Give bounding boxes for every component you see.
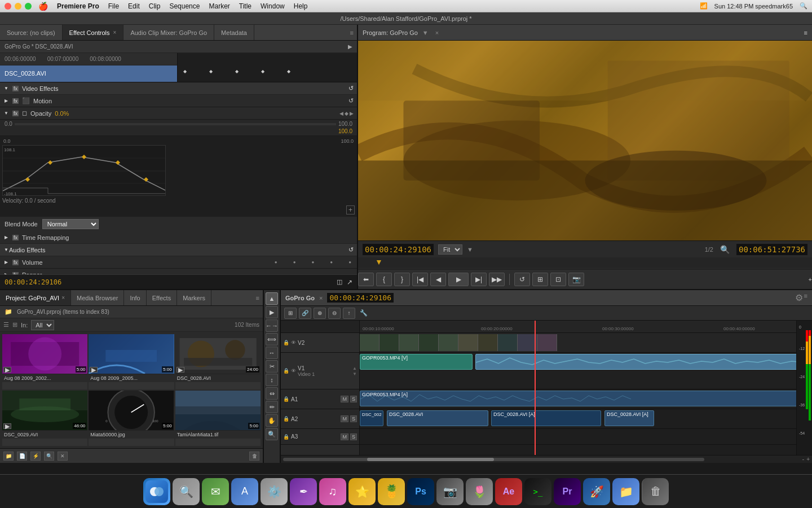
media-item[interactable]: 0 100 5:00 Miata50000.jpg [89,391,174,446]
dock-appstore[interactable]: A [231,478,258,505]
track-row-v2[interactable] [360,333,796,353]
automate-btn[interactable]: ⚡ [30,452,41,461]
razor-tool[interactable]: ✂ [266,360,278,373]
media-item[interactable]: ▶ 5:00 Aug 08 2009_2005... [89,334,174,389]
minimize-button[interactable] [15,3,21,10]
audio-effects-reset[interactable]: ↺ [348,246,354,253]
audio-effects-header[interactable]: ▼ Audio Effects ↺ [0,244,357,256]
a2-clip-2[interactable]: DSC_0028.AVI [387,410,488,426]
dock-iphoto[interactable]: 🌷 [466,478,493,505]
v1-eye-icon[interactable]: 👁 [291,368,296,374]
v2-eye-icon[interactable]: 👁 [291,340,296,345]
a3-mute-btn[interactable]: M [341,433,348,440]
dock-itunes[interactable]: ♫ [319,478,346,505]
effects-tab[interactable]: Effects [147,290,177,305]
metadata-tab[interactable]: Metadata [214,25,254,40]
menu-sequence[interactable]: Sequence [169,2,200,10]
a2-solo-btn[interactable]: S [350,415,357,422]
new-item-btn[interactable]: 📄 [17,452,27,461]
project-tab[interactable]: Project: GoPro_AVI × [0,290,71,305]
monitor-close[interactable]: × [435,29,439,36]
audio-clip-mixer-tab[interactable]: Audio Clip Mixer: GoPro Go [123,25,214,40]
remove-track-btn[interactable]: ⊖ [328,308,341,319]
a2-clip-1[interactable]: DSC_002 [360,410,383,426]
dock-pineapple[interactable]: 🍍 [378,478,405,505]
project-tab-close[interactable]: × [61,295,65,301]
menu-title[interactable]: Title [239,2,251,10]
in-point-btn[interactable]: ⬅ [358,273,374,286]
dock-terminal[interactable]: >_ [524,478,551,505]
ec-out-btn[interactable]: ◫ [337,278,342,286]
monitor-dropdown[interactable]: ▼ [422,29,429,36]
clear-btn[interactable]: ✕ [58,452,68,461]
timeline-scrollbar[interactable]: - + [281,455,812,463]
dock-logic[interactable]: ⭐ [348,478,376,505]
track-select-tool[interactable]: ▶ [266,306,278,318]
opacity-slider-track[interactable] [15,123,336,125]
scrollbar-track[interactable] [283,458,704,461]
rate-stretch-tool[interactable]: ↔ [266,347,278,359]
fit-dropdown-arrow[interactable]: ▼ [467,246,473,253]
prev-clip-btn[interactable]: |◀ [412,273,428,286]
track-row-v1[interactable]: GOPR0053.MP4 [V] [360,353,796,389]
effect-controls-tab[interactable]: Effect Controls × [63,25,124,40]
a2-lock-icon[interactable]: 🔒 [283,416,289,422]
zoom-in-btn[interactable]: + [806,456,810,462]
add-keyframe-btn[interactable]: + [346,205,355,214]
search-icon[interactable]: 🔍 [800,2,807,10]
dock-ae[interactable]: Ae [495,478,522,505]
info-tab[interactable]: Info [124,290,146,305]
scrollbar-thumb[interactable] [367,458,493,461]
step-back1-btn[interactable]: ◀ [430,273,446,286]
video-effects-header[interactable]: ▼ fx Video Effects ↺ [0,82,357,95]
a1-solo-btn[interactable]: S [350,396,357,402]
opacity-expand[interactable]: ▼ [3,111,9,116]
opacity-next[interactable]: ▶ [350,111,354,116]
search-bottom-btn[interactable]: 🔍 [44,452,54,461]
media-item[interactable]: ▶ 5:00 Aug 08 2009_2002... [2,334,87,389]
track-row-a1[interactable]: GOPR0053.MP4 [A] [360,389,796,409]
list-view-icon[interactable]: ☰ [3,321,9,329]
a1-lock-icon[interactable]: 🔒 [283,396,289,402]
menu-marker[interactable]: Marker [209,2,230,10]
dock-launchpad[interactable]: 🚀 [583,478,610,505]
add-btn[interactable]: + [809,276,812,283]
playhead-bar[interactable]: ▼ [358,257,812,269]
linked-select-btn[interactable]: 🔗 [299,308,311,319]
media-browser-tab[interactable]: Media Browser [71,290,124,305]
dock-camera[interactable]: 📷 [436,478,464,505]
dock-script[interactable]: ✒ [290,478,317,505]
a1-mute-btn[interactable]: M [341,396,348,402]
delete-btn[interactable]: 🗑 [249,452,259,461]
close-button[interactable] [5,3,11,10]
source-tab[interactable]: Source: (no clips) [0,25,63,40]
audio-effects-collapse[interactable]: ▼ [3,247,9,253]
zoom-tool[interactable]: 🔍 [266,428,278,440]
project-panel-menu[interactable]: ≡ [253,295,263,301]
fit-dropdown[interactable]: Fit [438,244,462,255]
monitor-menu-icon[interactable]: ≡ [804,29,807,36]
loop-btn[interactable]: ↺ [514,273,530,286]
v1-lock-icon[interactable]: 🔒 [283,368,289,374]
navigate-forward[interactable]: ▶ [348,43,352,50]
v1-nav-up[interactable]: ▲ [352,366,357,371]
a2-clip-4[interactable]: DSC_0028.AVI [A] [604,410,654,426]
in-select[interactable]: All [31,320,54,330]
dock-mail[interactable]: ✉ [202,478,229,505]
effect-controls-close[interactable]: × [113,29,117,36]
menu-help[interactable]: Help [294,2,308,10]
timeline-tab[interactable]: GoPro Go [285,295,315,301]
volume-expand[interactable]: ▶ [3,260,9,265]
a3-lock-icon[interactable]: 🔒 [283,434,289,440]
slide-tool[interactable]: ⇔ [266,387,278,400]
window-controls[interactable] [5,3,32,10]
v1-nav-down[interactable]: ▼ [352,371,357,376]
ripple-edit-tool[interactable]: ←→ [266,319,278,332]
markers-tab[interactable]: Markers [177,290,211,305]
menu-clip[interactable]: Clip [149,2,161,10]
safe-zone-btn[interactable]: ⊞ [532,273,548,286]
dock-premiere[interactable]: Pr [554,478,581,505]
apple-menu[interactable]: 🍎 [38,2,48,11]
dock-prefs[interactable]: ⚙️ [261,478,288,505]
dock-finder[interactable] [143,478,170,505]
